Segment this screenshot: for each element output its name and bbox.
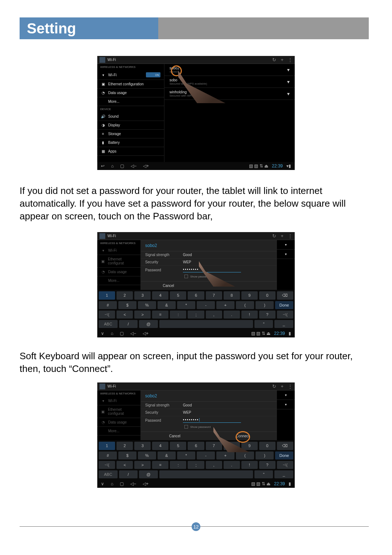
recents-icon[interactable]: ▢ xyxy=(120,163,124,169)
key[interactable]: # xyxy=(99,301,117,309)
sidebar-item-apps[interactable]: ▦ Apps xyxy=(97,147,164,156)
key[interactable]: - xyxy=(197,301,215,309)
key[interactable]: ( xyxy=(236,451,254,459)
key[interactable]: 8 xyxy=(224,291,240,300)
key[interactable]: 1 xyxy=(99,291,115,300)
key[interactable]: 6 xyxy=(188,442,204,450)
key[interactable]: ? xyxy=(259,311,275,319)
space-key[interactable] xyxy=(159,470,253,478)
key[interactable]: ~\{ xyxy=(277,461,293,469)
volup-icon[interactable]: ◁+ xyxy=(143,481,148,486)
add-icon[interactable]: + xyxy=(281,233,283,239)
key[interactable]: - xyxy=(197,451,215,459)
done-key[interactable]: Done xyxy=(275,301,293,309)
backspace-key[interactable]: ⌫ xyxy=(277,291,293,300)
key[interactable]: @ xyxy=(139,470,158,478)
abc-key[interactable]: ABC xyxy=(99,470,118,478)
key[interactable]: _ xyxy=(274,470,293,478)
sidebar-item-ethernet[interactable]: ▣ Ethernet configuration xyxy=(97,80,164,89)
space-key[interactable] xyxy=(159,320,253,328)
key[interactable]: : xyxy=(170,311,186,319)
key[interactable]: * xyxy=(177,451,195,459)
key[interactable]: 2 xyxy=(117,291,133,300)
key[interactable]: = xyxy=(152,311,168,319)
done-key[interactable]: Done xyxy=(275,451,293,459)
key[interactable]: & xyxy=(158,451,176,459)
key[interactable]: 7 xyxy=(206,291,222,300)
home-icon[interactable]: ⌂ xyxy=(111,163,114,169)
refresh-icon[interactable]: ↻ xyxy=(272,233,276,239)
sidebar-item-storage[interactable]: ≡ Storage xyxy=(97,130,164,138)
key[interactable]: , xyxy=(206,311,222,319)
key[interactable]: ~\{ xyxy=(99,311,115,319)
soft-keyboard[interactable]: 1 2 3 4 5 6 7 8 9 0 ⌫ # $ % & * - + ( ) … xyxy=(97,290,295,329)
show-password-checkbox[interactable] xyxy=(184,275,188,278)
key[interactable]: 4 xyxy=(152,442,168,450)
key[interactable]: < xyxy=(117,311,133,319)
key[interactable]: & xyxy=(158,301,176,309)
refresh-icon[interactable]: ↻ xyxy=(272,57,276,62)
key[interactable]: 7 xyxy=(206,442,222,450)
sidebar-item-display[interactable]: ◑ Display xyxy=(97,121,164,130)
voldown-icon[interactable]: ◁− xyxy=(130,331,136,336)
sidebar-item-wifi[interactable]: ▾ Wi-Fi ON xyxy=(97,70,164,80)
sidebar-item-battery[interactable]: ▮ Battery xyxy=(97,138,164,147)
sidebar-item-datausage[interactable]: ◔ Data usage xyxy=(97,89,164,97)
key[interactable]: ) xyxy=(256,451,274,459)
key[interactable]: , xyxy=(206,461,222,469)
abc-key[interactable]: ABC xyxy=(99,320,118,328)
wifi-toggle[interactable]: ON xyxy=(146,72,160,77)
key[interactable]: 5 xyxy=(170,291,186,300)
key[interactable]: " xyxy=(254,470,273,478)
volup-icon[interactable]: ◁+ xyxy=(143,331,148,336)
key[interactable]: > xyxy=(134,311,151,319)
overflow-icon[interactable]: ⋮ xyxy=(288,233,293,239)
key[interactable]: 0 xyxy=(259,442,275,450)
key[interactable]: 0 xyxy=(259,291,275,300)
key[interactable]: / xyxy=(119,470,138,478)
key[interactable]: . xyxy=(224,461,240,469)
key[interactable]: ( xyxy=(236,301,254,309)
key[interactable]: > xyxy=(134,461,151,469)
key[interactable]: 5 xyxy=(170,442,186,450)
show-password-checkbox[interactable] xyxy=(184,425,188,429)
voldown-icon[interactable]: ◁− xyxy=(130,481,136,486)
key[interactable]: 6 xyxy=(188,291,204,300)
key[interactable]: _ xyxy=(274,320,293,328)
key[interactable]: 3 xyxy=(134,442,151,450)
key[interactable]: 1 xyxy=(99,442,115,450)
key[interactable]: + xyxy=(216,301,234,309)
back-icon[interactable]: ∨ xyxy=(101,331,104,336)
soft-keyboard[interactable]: 1 2 3 4 5 6 7 8 9 0 ⌫ # $ % & * - + ( ) … xyxy=(97,440,295,480)
overflow-icon[interactable]: ⋮ xyxy=(288,57,293,62)
sidebar-item-sound[interactable]: 🔊 Sound xyxy=(97,112,164,121)
key[interactable]: @ xyxy=(139,320,158,328)
key[interactable]: $ xyxy=(118,301,136,309)
key[interactable]: 9 xyxy=(241,442,258,450)
add-icon[interactable]: + xyxy=(281,57,283,62)
key[interactable]: ! xyxy=(241,461,258,469)
key[interactable]: 4 xyxy=(152,291,168,300)
refresh-icon[interactable]: ↻ xyxy=(272,384,276,389)
cancel-button[interactable]: Cancel xyxy=(141,281,196,290)
key[interactable]: 2 xyxy=(117,442,133,450)
key[interactable]: # xyxy=(99,451,117,459)
key[interactable]: % xyxy=(138,301,156,309)
password-field[interactable]: •••••••• xyxy=(183,418,241,423)
connect-button[interactable] xyxy=(196,281,277,290)
recents-icon[interactable]: ▢ xyxy=(120,331,124,336)
password-field[interactable]: •••••••• xyxy=(183,267,241,272)
sidebar-item-more[interactable]: More... xyxy=(97,97,164,106)
key[interactable]: : xyxy=(170,461,186,469)
cancel-button[interactable]: Cancel xyxy=(141,432,209,440)
key[interactable]: 3 xyxy=(134,291,151,300)
key[interactable]: $ xyxy=(118,451,136,459)
home-icon[interactable]: ⌂ xyxy=(111,331,113,336)
key[interactable]: ) xyxy=(256,301,274,309)
key[interactable]: 9 xyxy=(241,291,258,300)
key[interactable]: ~\{ xyxy=(99,461,115,469)
key[interactable]: / xyxy=(119,320,138,328)
network-row[interactable]: winholding Secured with WPA2 ▾ xyxy=(164,88,295,100)
key[interactable]: ; xyxy=(188,311,204,319)
key[interactable]: < xyxy=(117,461,133,469)
